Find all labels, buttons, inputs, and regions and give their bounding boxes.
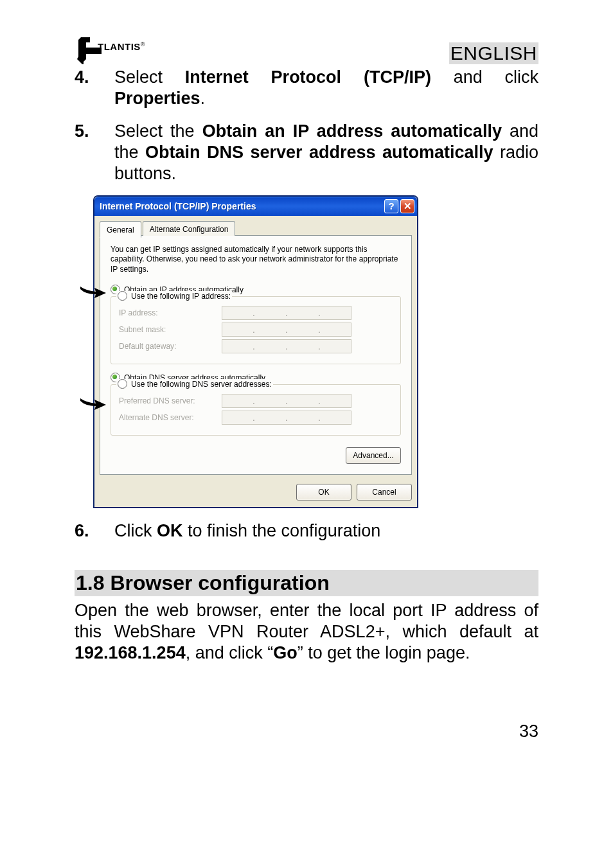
step-5-number: 5. — [75, 121, 114, 184]
ip-address-input: ... — [222, 306, 351, 320]
ok-button[interactable]: OK — [296, 484, 351, 500]
advanced-button[interactable]: Advanced... — [346, 447, 401, 464]
subnet-mask-label: Subnet mask: — [119, 325, 222, 334]
close-icon: ✕ — [404, 200, 412, 212]
pointer-arrow-icon — [79, 397, 107, 411]
preferred-dns-input: ... — [222, 394, 351, 408]
default-gateway-label: Default gateway: — [119, 342, 222, 351]
cancel-button[interactable]: Cancel — [357, 484, 412, 500]
step-4-mid: and click — [454, 67, 538, 87]
step-6-post: to finish the configuration — [183, 521, 381, 540]
alternate-dns-row: Alternate DNS server: ... — [119, 411, 393, 425]
radio-use-following-ip[interactable]: Use the following IP address: — [116, 291, 232, 301]
step-4-number: 4. — [75, 67, 114, 109]
description-text: You can get IP settings assigned automat… — [111, 245, 401, 275]
section-mid: , and click “ — [186, 643, 274, 662]
language-badge: ENGLISH — [449, 42, 538, 64]
section-paragraph: Open the web browser, enter the local po… — [75, 600, 538, 664]
help-button[interactable]: ? — [384, 199, 398, 213]
step-4-pre: Select — [114, 67, 185, 87]
preferred-dns-row: Preferred DNS server: ... — [119, 394, 393, 408]
close-button[interactable]: ✕ — [400, 199, 414, 213]
radio-icon — [118, 291, 127, 301]
subnet-mask-row: Subnet mask: ... — [119, 323, 393, 337]
tcpip-properties-dialog: Internet Protocol (TCP/IP) Properties ? … — [94, 196, 418, 508]
step-4-bold1: Internet Protocol (TCP/IP) — [185, 67, 431, 87]
logo-subtext: AND — [102, 51, 111, 56]
section-post: ” to get the login page. — [298, 643, 470, 662]
step-6-bold: OK — [157, 521, 183, 540]
alternate-dns-label: Alternate DNS server: — [119, 413, 222, 422]
section-pre: Open the web browser, enter the local po… — [75, 601, 538, 641]
dns-manual-group: Use the following DNS server addresses: … — [111, 384, 401, 436]
step-5-pre: Select the — [114, 121, 202, 141]
radio-icon — [118, 379, 127, 389]
pointer-arrow-icon — [79, 285, 107, 299]
subnet-mask-input: ... — [222, 323, 351, 337]
default-gateway-input: ... — [222, 339, 351, 353]
ip-address-row: IP address: ... — [119, 306, 393, 320]
step-5-bold1: Obtain an IP address automatically — [202, 121, 502, 141]
step-6-pre: Click — [114, 521, 157, 540]
dialog-titlebar[interactable]: Internet Protocol (TCP/IP) Properties ? … — [94, 197, 417, 216]
section-bold1: 192.168.1.254 — [75, 643, 186, 662]
page-number: 33 — [75, 722, 538, 741]
tab-alternate-configuration[interactable]: Alternate Configuration — [143, 221, 236, 236]
tab-general[interactable]: General — [100, 221, 141, 238]
step-6-number: 6. — [75, 520, 114, 542]
logo-text: TLANTIS® — [98, 41, 145, 52]
section-heading: 1.8 Browser configuration — [75, 570, 538, 596]
radio-label: Use the following IP address: — [131, 292, 231, 301]
help-icon: ? — [388, 200, 394, 211]
radio-use-following-dns[interactable]: Use the following DNS server addresses: — [116, 379, 273, 389]
section-bold2: Go — [273, 643, 298, 662]
dialog-title: Internet Protocol (TCP/IP) Properties — [100, 201, 382, 211]
step-4-post: . — [200, 89, 206, 108]
ip-manual-group: Use the following IP address: IP address… — [111, 296, 401, 364]
step-5: 5. Select the Obtain an IP address autom… — [75, 121, 538, 184]
step-4-bold2: Properties — [114, 89, 200, 108]
alternate-dns-input: ... — [222, 411, 351, 425]
radio-label: Use the following DNS server addresses: — [131, 380, 272, 389]
brand-logo: TLANTIS® AND — [75, 37, 145, 64]
step-5-bold2: Obtain DNS server address automatically — [145, 143, 493, 162]
step-4: 4. Select Internet Protocol (TCP/IP) and… — [75, 67, 538, 109]
preferred-dns-label: Preferred DNS server: — [119, 396, 222, 405]
tab-pane-general: You can get IP settings assigned automat… — [100, 236, 412, 475]
step-6: 6. Click OK to finish the configuration — [75, 520, 538, 542]
default-gateway-row: Default gateway: ... — [119, 339, 393, 353]
tab-strip: General Alternate Configuration — [100, 221, 412, 236]
ip-address-label: IP address: — [119, 308, 222, 317]
